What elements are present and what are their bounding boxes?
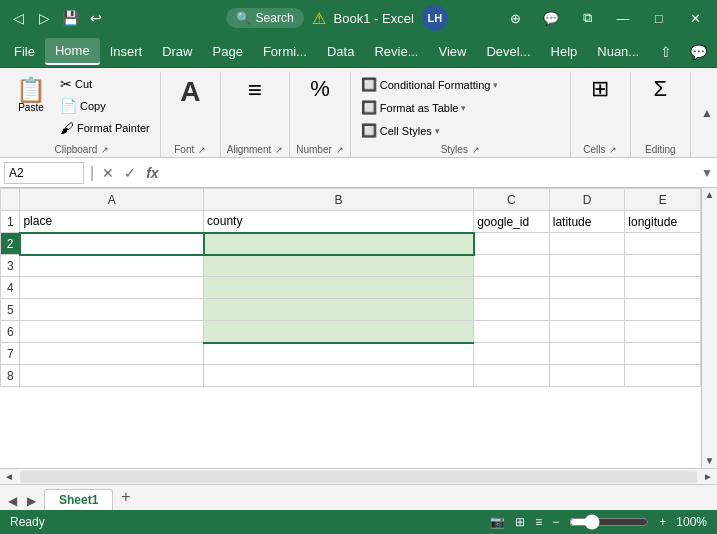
- scroll-right-button[interactable]: ►: [699, 472, 717, 482]
- cell-a8[interactable]: [20, 365, 204, 387]
- status-normal-view-icon[interactable]: ⊞: [515, 515, 525, 529]
- cell-d5[interactable]: [549, 299, 625, 321]
- name-box[interactable]: [4, 162, 84, 184]
- cell-e6[interactable]: [625, 321, 701, 343]
- clipboard-expand-icon[interactable]: ↗: [101, 145, 109, 155]
- sheet-nav-prev[interactable]: ◀: [4, 492, 21, 510]
- status-camera-icon[interactable]: 📷: [490, 515, 505, 529]
- cell-d7[interactable]: [549, 343, 625, 365]
- cell-a4[interactable]: [20, 277, 204, 299]
- col-header-d[interactable]: D: [549, 189, 625, 211]
- cell-b8[interactable]: [204, 365, 474, 387]
- zoom-minus-button[interactable]: −: [552, 515, 559, 529]
- col-header-c[interactable]: C: [474, 189, 550, 211]
- number-button[interactable]: %: [299, 74, 341, 104]
- cell-a7[interactable]: [20, 343, 204, 365]
- quick-access-forward[interactable]: ▷: [34, 8, 54, 28]
- ribbon-scroll-button[interactable]: ▲: [701, 106, 713, 120]
- share-icon[interactable]: ⇧: [654, 40, 678, 64]
- cell-b3[interactable]: [204, 255, 474, 277]
- cell-d4[interactable]: [549, 277, 625, 299]
- maximize-button[interactable]: □: [645, 4, 673, 32]
- cell-b2[interactable]: [204, 233, 474, 255]
- format-as-table-button[interactable]: 🔲 Format as Table ▾: [357, 97, 471, 118]
- cell-b7[interactable]: [204, 343, 474, 365]
- cancel-icon[interactable]: ✕: [100, 163, 116, 183]
- quick-access-undo[interactable]: ↩: [86, 8, 106, 28]
- cell-c7[interactable]: [474, 343, 550, 365]
- number-expand-icon[interactable]: ↗: [336, 145, 344, 155]
- col-header-a[interactable]: A: [20, 189, 204, 211]
- status-page-layout-icon[interactable]: ≡: [535, 515, 542, 529]
- comments-menu-icon[interactable]: 💬: [684, 40, 713, 64]
- alignment-expand-icon[interactable]: ↗: [275, 145, 283, 155]
- menu-nuance[interactable]: Nuan...: [587, 39, 649, 64]
- copy-button[interactable]: 📄 Copy: [56, 96, 154, 116]
- col-header-e[interactable]: E: [625, 189, 701, 211]
- cell-c3[interactable]: [474, 255, 550, 277]
- scroll-left-button[interactable]: ◄: [0, 472, 18, 482]
- menu-developer[interactable]: Devel...: [476, 39, 540, 64]
- menu-formulas[interactable]: Formi...: [253, 39, 317, 64]
- editing-button[interactable]: Σ: [639, 74, 681, 104]
- cell-c6[interactable]: [474, 321, 550, 343]
- close-button[interactable]: ✕: [681, 4, 709, 32]
- scroll-up-button[interactable]: ▲: [703, 188, 717, 202]
- add-sheet-button[interactable]: +: [115, 486, 136, 508]
- menu-review[interactable]: Revie...: [364, 39, 428, 64]
- vertical-scrollbar[interactable]: ▲ ▼: [701, 188, 717, 468]
- conditional-formatting-button[interactable]: 🔲 Conditional Formatting ▾: [357, 74, 503, 95]
- format-painter-button[interactable]: 🖌 Format Painter: [56, 118, 154, 138]
- cell-e2[interactable]: [625, 233, 701, 255]
- cell-a5[interactable]: [20, 299, 204, 321]
- menu-view[interactable]: View: [428, 39, 476, 64]
- h-scroll-track[interactable]: [20, 471, 697, 483]
- cell-b6[interactable]: [204, 321, 474, 343]
- quick-access-save[interactable]: 💾: [60, 8, 80, 28]
- scroll-track[interactable]: [702, 202, 717, 454]
- menu-help[interactable]: Help: [541, 39, 588, 64]
- cell-c2[interactable]: [474, 233, 550, 255]
- cell-c4[interactable]: [474, 277, 550, 299]
- cells-expand-icon[interactable]: ↗: [609, 145, 617, 155]
- zoom-plus-button[interactable]: +: [659, 515, 666, 529]
- font-button[interactable]: A: [169, 74, 211, 110]
- menu-file[interactable]: File: [4, 39, 45, 64]
- styles-expand-icon[interactable]: ↗: [472, 145, 480, 155]
- cell-b1[interactable]: county: [204, 211, 474, 233]
- cell-c5[interactable]: [474, 299, 550, 321]
- profile-button[interactable]: ⊕: [501, 4, 529, 32]
- cell-d2[interactable]: [549, 233, 625, 255]
- cell-c1[interactable]: google_id: [474, 211, 550, 233]
- menu-home[interactable]: Home: [45, 38, 100, 65]
- formula-expand-button[interactable]: ▼: [701, 166, 713, 180]
- cell-d8[interactable]: [549, 365, 625, 387]
- menu-draw[interactable]: Draw: [152, 39, 202, 64]
- function-icon[interactable]: fx: [144, 163, 160, 183]
- cell-a6[interactable]: [20, 321, 204, 343]
- formula-input[interactable]: [165, 164, 698, 182]
- menu-data[interactable]: Data: [317, 39, 364, 64]
- cell-e5[interactable]: [625, 299, 701, 321]
- cell-a3[interactable]: [20, 255, 204, 277]
- cut-button[interactable]: ✂ Cut: [56, 74, 154, 94]
- cell-a2[interactable]: [20, 233, 204, 255]
- cell-d6[interactable]: [549, 321, 625, 343]
- col-header-b[interactable]: B: [204, 189, 474, 211]
- menu-insert[interactable]: Insert: [100, 39, 153, 64]
- scroll-down-button[interactable]: ▼: [703, 454, 717, 468]
- cell-e3[interactable]: [625, 255, 701, 277]
- confirm-icon[interactable]: ✓: [122, 163, 138, 183]
- cell-e7[interactable]: [625, 343, 701, 365]
- cell-c8[interactable]: [474, 365, 550, 387]
- zoom-slider[interactable]: [569, 514, 649, 530]
- minimize-button[interactable]: —: [609, 4, 637, 32]
- user-avatar[interactable]: LH: [422, 5, 448, 31]
- cell-e4[interactable]: [625, 277, 701, 299]
- quick-access-back[interactable]: ◁: [8, 8, 28, 28]
- cell-e8[interactable]: [625, 365, 701, 387]
- sheet-tab-sheet1[interactable]: Sheet1: [44, 489, 113, 510]
- paste-button[interactable]: 📋 Paste: [10, 74, 52, 117]
- cell-d1[interactable]: latitude: [549, 211, 625, 233]
- cell-styles-button[interactable]: 🔲 Cell Styles ▾: [357, 120, 444, 141]
